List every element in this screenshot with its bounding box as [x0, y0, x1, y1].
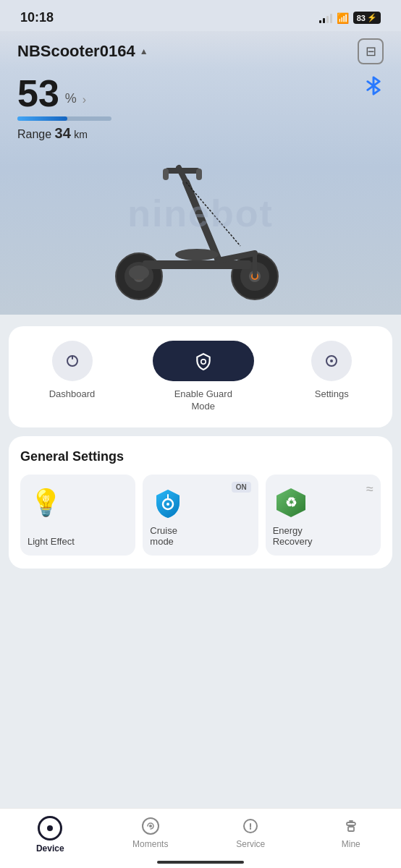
settings-label: Settings — [315, 388, 349, 401]
status-time: 10:18 — [20, 10, 54, 25]
cruise-mode-label: Cruisemode — [150, 525, 177, 547]
moments-nav-icon — [140, 816, 161, 836]
nav-moments[interactable]: Moments — [125, 816, 176, 849]
svg-rect-13 — [163, 169, 169, 180]
dashboard-icon-circle — [52, 341, 93, 381]
battery-bar-fill — [17, 116, 67, 121]
device-dropdown-icon: ▲ — [140, 46, 148, 56]
bluetooth-icon[interactable] — [363, 75, 384, 107]
light-effect-icon: 💡 — [28, 485, 64, 521]
battery-percent: 53 — [17, 75, 59, 112]
mine-nav-icon — [341, 816, 361, 836]
settings-icon-circle — [311, 341, 352, 381]
svg-point-21 — [201, 359, 206, 365]
settings-grid: 💡 Light Effect ON — [20, 475, 381, 556]
service-nav-label: Service — [236, 839, 265, 849]
device-name-text: NBScooter0164 — [17, 42, 135, 61]
light-effect-item[interactable]: 💡 Light Effect — [20, 475, 135, 556]
nav-service[interactable]: Service — [225, 816, 276, 849]
svg-line-10 — [186, 182, 219, 260]
svg-point-23 — [330, 359, 333, 362]
svg-text:♻: ♻ — [285, 495, 297, 510]
bottom-nav: Device Moments Service — [0, 808, 401, 868]
guard-mode-icon-pill — [153, 341, 254, 381]
battery-bar — [17, 116, 111, 121]
range-value: 34 — [55, 125, 71, 141]
svg-line-17 — [186, 182, 240, 246]
energy-recovery-label: EnergyRecovery — [273, 525, 313, 547]
settings-card: General Settings 💡 Light Effect ON — [9, 436, 392, 569]
message-icon: ⊟ — [366, 43, 376, 59]
status-bar: 10:18 📶 83 ⚡ — [0, 0, 401, 31]
svg-point-30 — [149, 825, 152, 827]
range-unit: km — [74, 129, 88, 140]
service-nav-icon — [240, 816, 261, 836]
mine-nav-label: Mine — [342, 839, 360, 849]
action-card: Dashboard Enable GuardMode Settings — [9, 326, 392, 427]
message-button[interactable]: ⊟ — [358, 38, 384, 64]
home-indicator — [157, 861, 244, 864]
battery-info[interactable]: 53 % › — [17, 75, 384, 112]
energy-recovery-icon: ♻ — [273, 485, 309, 521]
app-header: NBScooter0164 ▲ ⊟ — [0, 31, 401, 69]
device-nav-label: Device — [36, 843, 64, 854]
battery-unit: % — [65, 91, 77, 106]
dashboard-button[interactable]: Dashboard — [49, 341, 96, 401]
svg-point-18 — [175, 249, 219, 260]
scooter-image — [17, 146, 384, 305]
energy-recovery-item[interactable]: ≈ ♻ EnergyRecovery — [266, 475, 381, 556]
status-icons: 📶 83 ⚡ — [319, 12, 381, 24]
nav-mine[interactable]: Mine — [326, 816, 376, 849]
range-text: Range 34 km — [17, 125, 384, 142]
svg-rect-14 — [196, 169, 202, 180]
hero-section: 53 % › Range 34 km ninebot — [0, 69, 401, 315]
nav-device[interactable]: Device — [25, 816, 75, 854]
light-effect-label: Light Effect — [28, 536, 75, 547]
svg-point-25 — [166, 503, 169, 506]
guard-mode-label: Enable GuardMode — [174, 388, 232, 413]
cruise-mode-item[interactable]: ON — [143, 475, 258, 556]
signal-icon — [319, 13, 332, 23]
cruise-mode-icon — [150, 485, 186, 521]
moments-nav-label: Moments — [132, 839, 168, 849]
svg-rect-8 — [143, 260, 251, 269]
cruise-on-badge: ON — [232, 482, 251, 493]
dashboard-label: Dashboard — [49, 388, 96, 401]
main-content: Dashboard Enable GuardMode Settings Ge — [0, 315, 401, 654]
svg-rect-32 — [348, 827, 354, 831]
energy-wavy-icon: ≈ — [366, 482, 373, 497]
device-nav-icon — [38, 816, 62, 841]
settings-card-title: General Settings — [20, 449, 381, 464]
battery-detail-icon: › — [83, 93, 86, 106]
battery-status: 83 ⚡ — [353, 12, 381, 24]
guard-mode-button[interactable]: Enable GuardMode — [153, 341, 254, 413]
wifi-icon: 📶 — [337, 12, 349, 24]
settings-button[interactable]: Settings — [311, 341, 352, 401]
device-name-area[interactable]: NBScooter0164 ▲ — [17, 42, 148, 61]
svg-point-9 — [129, 265, 149, 280]
